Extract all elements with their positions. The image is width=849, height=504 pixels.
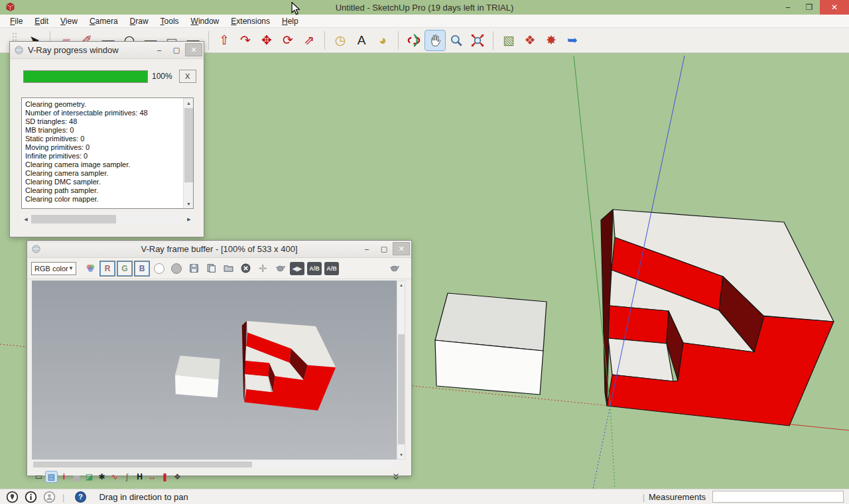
- scroll-down-arrow[interactable]: ▼: [184, 199, 194, 208]
- fb-checker-icon[interactable]: ❖: [172, 472, 183, 482]
- render-last-button[interactable]: [386, 261, 402, 277]
- log-line: Clearing geometry.: [25, 100, 183, 109]
- menu-edit[interactable]: Edit: [29, 15, 54, 27]
- window-close-button[interactable]: ✕: [820, 0, 849, 15]
- user-account-icon[interactable]: [43, 491, 56, 503]
- log-line: Infinite primitives: 0: [25, 152, 183, 160]
- scroll-up-arrow[interactable]: ▲: [184, 98, 194, 107]
- menu-file[interactable]: File: [4, 15, 29, 27]
- fb-pixel-range-icon[interactable]: ↔: [147, 472, 158, 482]
- fb-histogram-icon[interactable]: ▅: [71, 472, 82, 482]
- model-info-icon[interactable]: [25, 491, 37, 503]
- svg-text:?: ?: [78, 493, 83, 501]
- vray-render-button[interactable]: ❖: [520, 31, 540, 50]
- pan-tool[interactable]: [425, 31, 445, 50]
- scroll-thumb[interactable]: [184, 108, 193, 182]
- channel-select-value: RGB color: [34, 265, 68, 273]
- render-horizontal-scrollbar[interactable]: [32, 461, 397, 468]
- channel-circles-icon[interactable]: [82, 261, 98, 277]
- clear-image-button[interactable]: [237, 261, 253, 277]
- save-image-button[interactable]: [186, 261, 202, 277]
- menu-draw[interactable]: Draw: [124, 15, 155, 27]
- fb-window-mode-icon[interactable]: ▭: [33, 472, 44, 482]
- progress-minimize-button[interactable]: –: [151, 43, 168, 56]
- fb-info-icon[interactable]: i: [58, 472, 70, 482]
- menu-extensions[interactable]: Extensions: [225, 15, 276, 27]
- menu-help[interactable]: Help: [276, 15, 304, 27]
- scroll-up-arrow[interactable]: ▲: [397, 281, 405, 289]
- vray-interactive-render-button[interactable]: ✸: [541, 31, 561, 50]
- green-channel-button[interactable]: G: [117, 261, 133, 277]
- compare-horizontal-button[interactable]: ◀▶: [289, 261, 305, 277]
- log-line: Clearing path sampler.: [25, 186, 183, 195]
- move-tool[interactable]: ✥: [257, 31, 277, 50]
- text-tool[interactable]: A: [352, 31, 371, 50]
- orbit-tool[interactable]: [404, 31, 424, 50]
- alpha-channel-button[interactable]: [151, 261, 167, 277]
- frame-buffer-minimize-button[interactable]: –: [358, 242, 375, 255]
- fb-h-icon[interactable]: H: [134, 472, 145, 482]
- ab-compare-alt-button[interactable]: A/B: [324, 261, 340, 277]
- separator: |: [643, 492, 645, 502]
- region-render-button[interactable]: [272, 261, 288, 277]
- expand-panel-chevron-icon[interactable]: [391, 472, 401, 481]
- zoom-extents-tool[interactable]: [468, 31, 488, 50]
- red-channel-button[interactable]: R: [99, 261, 115, 277]
- log-line: SD triangles: 48: [25, 117, 183, 126]
- render-vertical-scrollbar[interactable]: ▲ ▼: [397, 281, 405, 460]
- menu-camera[interactable]: Camera: [84, 15, 124, 27]
- fb-noise-icon[interactable]: ∿: [109, 472, 120, 482]
- menu-tools[interactable]: Tools: [155, 15, 185, 27]
- vray-asset-editor-button[interactable]: ▧: [499, 31, 519, 50]
- frame-buffer-titlebar[interactable]: V-Ray frame buffer - [100% of 533 x 400]…: [27, 241, 411, 258]
- measurements-input[interactable]: [712, 491, 844, 503]
- scroll-right-arrow[interactable]: ▶: [184, 214, 194, 224]
- push-pull-tool[interactable]: ⇧: [214, 31, 234, 50]
- frame-buffer-maximize-button[interactable]: ▢: [375, 242, 393, 255]
- fb-settings-icon[interactable]: ✱: [96, 472, 107, 482]
- chevron-down-icon: ▼: [68, 265, 74, 271]
- scroll-thumb[interactable]: [31, 215, 116, 223]
- progress-window-titlebar[interactable]: V-Ray progress window – ▢ ✕: [10, 42, 204, 59]
- log-vertical-scrollbar[interactable]: ▲ ▼: [183, 98, 193, 208]
- vray-batch-render-button[interactable]: ➥: [562, 31, 582, 50]
- fb-channels-icon[interactable]: ▤: [46, 472, 57, 482]
- geolocation-icon[interactable]: [6, 491, 19, 503]
- log-line: Number of intersectable primitives: 48: [25, 109, 183, 117]
- window-maximize-button[interactable]: ❐: [799, 0, 820, 15]
- scroll-left-arrow[interactable]: ◀: [21, 214, 31, 224]
- paint-bucket-tool[interactable]: ◕: [373, 31, 393, 50]
- progress-cancel-button[interactable]: X: [179, 70, 196, 83]
- copy-to-clipboard-button[interactable]: [203, 261, 219, 277]
- monochrome-button[interactable]: [168, 261, 184, 277]
- window-minimize-button[interactable]: –: [777, 0, 799, 15]
- menu-window[interactable]: Window: [185, 15, 226, 27]
- fb-curve-icon[interactable]: ∫: [121, 472, 133, 482]
- rotate-tool[interactable]: ⟳: [278, 31, 298, 50]
- scroll-thumb[interactable]: [398, 334, 405, 444]
- fb-color-correction-icon[interactable]: ◪: [84, 472, 95, 482]
- zoom-tool[interactable]: [446, 31, 466, 50]
- help-icon[interactable]: ?: [74, 491, 87, 503]
- frame-buffer-close-button[interactable]: ✕: [393, 242, 410, 255]
- blue-channel-button[interactable]: B: [134, 261, 150, 277]
- load-image-button[interactable]: [220, 261, 236, 277]
- rendered-image[interactable]: [32, 281, 397, 460]
- render-progress-bar: [23, 70, 148, 83]
- fb-color-bars-icon[interactable]: ❚: [159, 472, 170, 482]
- channel-select-dropdown[interactable]: RGB color ▼: [31, 262, 76, 275]
- scroll-down-arrow[interactable]: ▼: [397, 451, 405, 459]
- progress-close-button[interactable]: ✕: [185, 43, 202, 56]
- ab-compare-button[interactable]: A/B: [306, 261, 322, 277]
- scale-tool[interactable]: ⇗: [299, 31, 319, 50]
- log-line: MB triangles: 0: [25, 126, 183, 135]
- progress-maximize-button[interactable]: ▢: [168, 43, 185, 56]
- follow-me-tool[interactable]: ↷: [235, 31, 255, 50]
- render-log-text: Clearing geometry.Number of intersectabl…: [22, 98, 183, 208]
- log-horizontal-scrollbar[interactable]: ◀ ▶: [21, 214, 194, 224]
- scroll-thumb[interactable]: [33, 462, 252, 468]
- track-mouse-button[interactable]: ✛: [255, 261, 271, 277]
- tape-measure-tool[interactable]: ◷: [330, 31, 350, 50]
- menu-view[interactable]: View: [54, 15, 84, 27]
- log-line: Clearing DMC sampler.: [25, 178, 183, 186]
